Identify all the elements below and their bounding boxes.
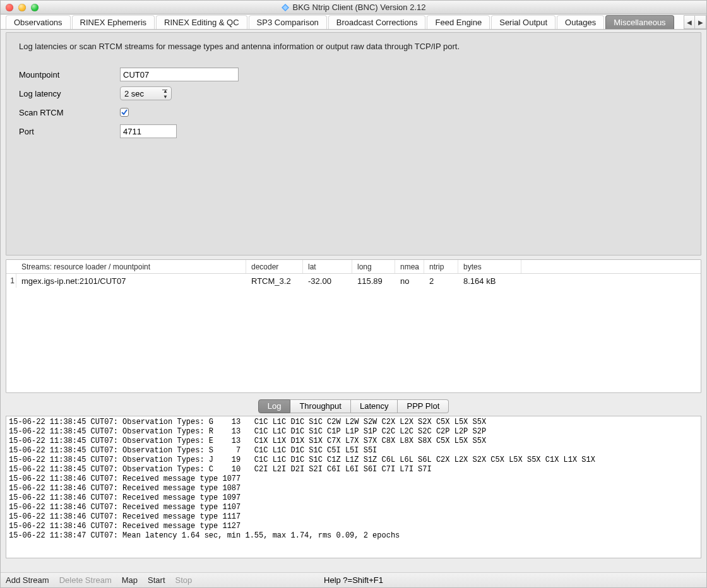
log-latency-select[interactable]: 2 sec ▲▼ [120,86,172,100]
logtab-latency[interactable]: Latency [351,399,398,413]
tab-rinex-editing-qc[interactable]: RINEX Editing & QC [156,15,247,29]
scan-rtcm-checkbox[interactable] [120,108,129,117]
cell-ntrip: 2 [424,274,458,288]
tabbar: Observations RINEX Ephemeris RINEX Editi… [1,15,706,30]
tab-observations[interactable]: Observations [6,15,71,29]
delete-stream-button[interactable]: Delete Stream [59,575,112,585]
window-title: BKG Ntrip Client (BNC) Version 2.12 [1,3,706,12]
panel-description: Log latencies or scan RTCM streams for m… [19,42,688,51]
col-ntrip[interactable]: ntrip [424,260,458,273]
streams-body[interactable]: 1 mgex.igs-ip.net:2101/CUT07 RTCM_3.2 -3… [6,274,701,392]
table-row[interactable]: 1 mgex.igs-ip.net:2101/CUT07 RTCM_3.2 -3… [6,274,701,288]
cell-long: 115.89 [352,274,395,288]
logtab-log[interactable]: Log [258,399,291,413]
tab-sp3-comparison[interactable]: SP3 Comparison [249,15,327,29]
tab-outages[interactable]: Outages [557,15,604,29]
cell-decoder: RTCM_3.2 [246,274,303,288]
start-button[interactable]: Start [148,575,165,585]
misc-panel: Log latencies or scan RTCM streams for m… [6,32,701,256]
tab-broadcast-corrections[interactable]: Broadcast Corrections [328,15,426,29]
tab-miscellaneous[interactable]: Miscellaneous [605,15,674,29]
tab-scroll-left-icon[interactable]: ◀ [684,15,695,29]
app-window: BKG Ntrip Client (BNC) Version 2.12 Obse… [0,0,707,588]
minimize-icon[interactable] [18,4,26,11]
col-bytes[interactable]: bytes [458,260,521,273]
col-nmea[interactable]: nmea [395,260,424,273]
col-lat[interactable]: lat [303,260,352,273]
scan-rtcm-label: Scan RTCM [19,108,120,117]
add-stream-button[interactable]: Add Stream [6,575,49,585]
logtab-ppp-plot[interactable]: PPP Plot [398,399,449,413]
stop-button[interactable]: Stop [175,575,193,585]
close-icon[interactable] [6,4,13,11]
col-decoder[interactable]: decoder [246,260,303,273]
app-icon [282,4,289,11]
titlebar: BKG Ntrip Client (BNC) Version 2.12 [1,1,706,15]
log-latency-value: 2 sec [124,89,144,98]
cell-lat: -32.00 [303,274,352,288]
map-button[interactable]: Map [122,575,138,585]
log-latency-label: Log latency [19,89,120,98]
cell-bytes: 8.164 kB [458,274,521,288]
tab-serial-output[interactable]: Serial Output [491,15,556,29]
log-output[interactable]: 15-06-22 11:38:45 CUT07: Observation Typ… [6,416,701,558]
streams-table: Streams: resource loader / mountpoint de… [6,259,701,393]
mountpoint-input[interactable] [120,68,239,81]
col-resource[interactable]: Streams: resource loader / mountpoint [16,260,246,273]
tab-rinex-ephemeris[interactable]: RINEX Ephemeris [72,15,155,29]
check-icon [121,109,128,116]
bottom-toolbar: Add Stream Delete Stream Map Start Stop … [1,572,706,587]
logtab-throughput[interactable]: Throughput [290,399,351,413]
help-hint: Help ?=Shift+F1 [324,575,383,585]
row-number: 1 [6,274,16,288]
window-controls [1,4,39,11]
chevron-updown-icon: ▲▼ [163,88,168,100]
col-long[interactable]: long [352,260,395,273]
cell-resource: mgex.igs-ip.net:2101/CUT07 [16,274,246,288]
window-title-text: BKG Ntrip Client (BNC) Version 2.12 [293,3,426,12]
cell-nmea: no [395,274,424,288]
zoom-icon[interactable] [31,4,39,11]
port-input[interactable] [120,124,177,138]
mountpoint-label: Mountpoint [19,70,120,79]
tab-feed-engine[interactable]: Feed Engine [427,15,490,29]
port-label: Port [19,127,120,136]
log-tabbar: Log Throughput Latency PPP Plot [1,399,706,413]
tab-scroll-right-icon[interactable]: ▶ [695,15,706,29]
streams-header: Streams: resource loader / mountpoint de… [6,260,701,274]
tab-scroll: ◀ ▶ [684,15,706,29]
